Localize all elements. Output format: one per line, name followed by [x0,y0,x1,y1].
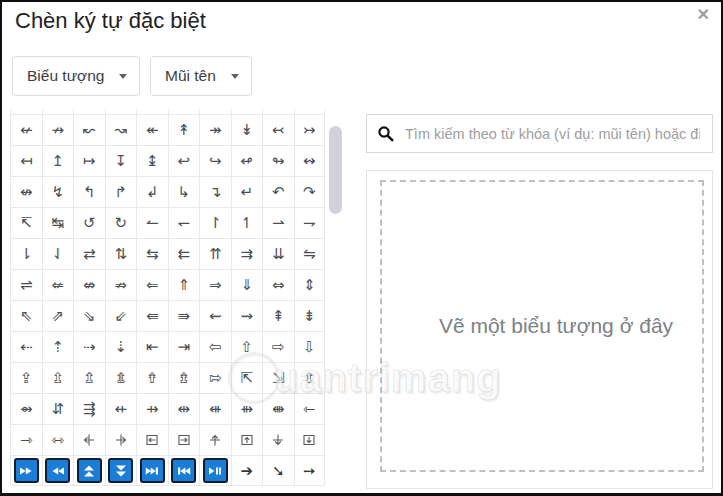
char-cell[interactable]: ↳ [168,176,200,207]
char-cell[interactable]: ⇖ [10,300,42,331]
char-cell[interactable]: ⇱ [231,362,263,393]
char-cell[interactable]: ⇠ [10,331,42,362]
subcategory-dropdown[interactable]: Mũi tên [150,56,252,96]
char-cell[interactable]: ⇓ [231,269,263,300]
char-cell[interactable]: ↯ [42,176,74,207]
char-cell[interactable] [199,455,231,486]
char-cell[interactable]: ↮ [10,176,42,207]
char-cell[interactable]: ⇞ [262,300,294,331]
char-cell[interactable]: ⇇ [168,238,200,269]
char-cell[interactable]: ⇨ [262,331,294,362]
char-cell[interactable]: ⇼ [262,393,294,424]
char-cell[interactable]: ↡ [231,114,263,145]
char-cell[interactable]: ↹ [42,207,74,238]
char-cell[interactable] [294,424,326,455]
char-cell[interactable]: ⇰ [199,362,231,393]
char-cell[interactable] [262,424,294,455]
char-cell[interactable]: ⇚ [136,300,168,331]
char-cell[interactable] [231,424,263,455]
char-cell[interactable]: ↻ [105,207,137,238]
char-cell[interactable]: ⇵ [42,393,74,424]
char-cell[interactable]: ⇪ [10,362,42,393]
char-cell[interactable] [199,424,231,455]
char-cell[interactable]: ↷ [294,176,326,207]
char-cell[interactable]: ⇡ [42,331,74,362]
char-cell[interactable]: ⇲ [262,362,294,393]
char-cell[interactable]: ⇽ [294,393,326,424]
char-cell[interactable]: ⇍ [42,269,74,300]
char-cell[interactable]: ↝ [105,114,137,145]
char-cell[interactable]: ↾ [199,207,231,238]
char-cell[interactable]: ⇸ [136,393,168,424]
char-cell[interactable]: ⇂ [10,238,42,269]
char-cell[interactable] [73,455,105,486]
char-cell[interactable]: ⇻ [231,393,263,424]
char-cell[interactable]: ↩ [168,145,200,176]
char-cell[interactable]: ➙ [294,455,326,486]
search-input[interactable] [403,125,702,143]
char-cell[interactable]: ⇅ [105,238,137,269]
char-cell[interactable]: ⇙ [105,300,137,331]
char-cell[interactable]: ⇣ [105,331,137,362]
char-cell[interactable]: ⇘ [73,300,105,331]
char-cell[interactable]: ↠ [199,114,231,145]
char-cell[interactable]: ⇯ [168,362,200,393]
char-cell[interactable] [136,455,168,486]
char-cell[interactable]: ⇧ [231,331,263,362]
char-cell[interactable]: ⇗ [42,300,74,331]
char-cell[interactable]: ⇑ [168,269,200,300]
char-cell[interactable]: ⇴ [10,393,42,424]
char-cell[interactable]: ⇄ [73,238,105,269]
char-cell[interactable]: ↞ [136,114,168,145]
char-cell[interactable]: ⇮ [136,362,168,393]
char-cell[interactable] [73,424,105,455]
char-cell[interactable]: ⇳ [294,362,326,393]
char-cell[interactable]: ⇕ [294,269,326,300]
char-cell[interactable]: ⇫ [42,362,74,393]
char-cell[interactable]: ⇔ [262,269,294,300]
char-cell[interactable]: ⇃ [42,238,74,269]
char-cell[interactable]: ⇾ [10,424,42,455]
char-cell[interactable]: ↛ [42,114,74,145]
char-cell[interactable]: ⇢ [73,331,105,362]
char-cell[interactable]: ⇷ [105,393,137,424]
char-cell[interactable]: ↶ [262,176,294,207]
char-cell[interactable]: ⇒ [199,269,231,300]
char-cell[interactable]: ⇬ [73,362,105,393]
char-cell[interactable]: ↜ [73,114,105,145]
char-cell[interactable]: ⇤ [136,331,168,362]
char-cell[interactable]: ↴ [199,176,231,207]
char-cell[interactable]: ⇌ [10,269,42,300]
char-cell[interactable]: ↿ [231,207,263,238]
char-cell[interactable]: ↨ [136,145,168,176]
char-cell[interactable]: ↣ [294,114,326,145]
char-cell[interactable] [42,455,74,486]
char-cell[interactable]: ⇋ [294,238,326,269]
char-cell[interactable]: ⇆ [136,238,168,269]
char-cell[interactable]: ↫ [231,145,263,176]
grid-scrollbar-thumb[interactable] [329,126,342,214]
char-cell[interactable]: ↚ [10,114,42,145]
char-cell[interactable]: ↺ [73,207,105,238]
char-cell[interactable]: ↱ [105,176,137,207]
char-cell[interactable]: ⇝ [231,300,263,331]
char-cell[interactable] [105,455,137,486]
char-cell[interactable]: ⇁ [294,207,326,238]
char-cell[interactable]: ⇭ [105,362,137,393]
char-cell[interactable]: ↽ [168,207,200,238]
close-icon[interactable]: ✕ [697,7,710,23]
char-cell[interactable]: ↰ [73,176,105,207]
grid-scrollbar[interactable] [329,112,342,486]
char-cell[interactable]: ⇶ [73,393,105,424]
char-cell[interactable]: ↸ [10,207,42,238]
char-cell[interactable] [10,455,42,486]
char-cell[interactable]: ⇺ [199,393,231,424]
char-cell[interactable]: ⇏ [105,269,137,300]
char-cell[interactable]: ↵ [231,176,263,207]
char-cell[interactable]: ⇈ [199,238,231,269]
char-cell[interactable]: ⇜ [199,300,231,331]
draw-area[interactable]: Vẽ một biểu tượng ở đây [380,180,704,472]
char-cell[interactable]: ↧ [105,145,137,176]
char-cell[interactable]: ↲ [136,176,168,207]
char-cell[interactable]: ⇎ [73,269,105,300]
